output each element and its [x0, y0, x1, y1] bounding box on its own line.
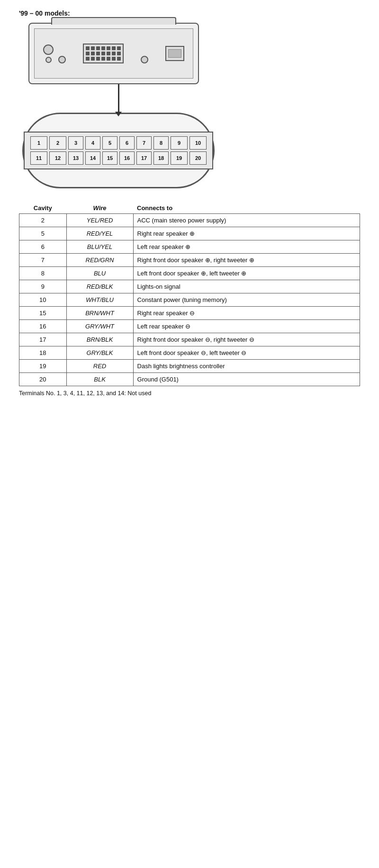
- cell-cavity: 20: [19, 373, 67, 386]
- pin-8: 8: [153, 136, 169, 150]
- cell-wire: GRY/BLK: [66, 346, 133, 360]
- pin-15: 15: [102, 151, 117, 165]
- page-title: '99 – 00 models:: [19, 9, 360, 17]
- table-row: 17BRN/BLKRight front door speaker ⊖, rig…: [19, 333, 360, 346]
- pin-13: 13: [68, 151, 83, 165]
- pin: [112, 46, 116, 50]
- table-row: 20BLKGround (G501): [19, 373, 360, 386]
- pin-1: 1: [30, 136, 47, 150]
- cell-connects: Right front door speaker ⊖, right tweete…: [133, 333, 360, 346]
- wiring-table: Cavity Wire Connects to 2YEL/REDACC (mai…: [19, 203, 360, 386]
- cell-wire: BRN/BLK: [66, 333, 133, 346]
- pin: [117, 46, 121, 50]
- col-header-cavity: Cavity: [19, 203, 67, 214]
- pin-18: 18: [153, 151, 169, 165]
- pin-9: 9: [171, 136, 188, 150]
- cell-connects: Dash lights brightness controller: [133, 360, 360, 373]
- pin: [112, 52, 116, 55]
- pin: [107, 46, 110, 50]
- pin: [107, 52, 110, 55]
- pin: [107, 57, 110, 61]
- mid-left-circles: [58, 44, 66, 63]
- table-row: 6BLU/YELLeft rear speaker ⊕: [19, 240, 360, 254]
- circle-small-left: [45, 57, 52, 63]
- cell-wire: RED/BLK: [66, 280, 133, 293]
- pin: [117, 52, 121, 55]
- pin-grid-container: 1 2 3 4 5 6 7 8 9 10 11 12 13: [24, 132, 213, 169]
- pin-grid-row-2: 11 12 13 14 15 16 17 18 19 20: [30, 151, 207, 165]
- radio-unit-box: [28, 23, 199, 84]
- circle-med-right: [141, 56, 148, 63]
- unit-connectors: [35, 29, 193, 78]
- cell-connects: Right rear speaker ⊖: [133, 307, 360, 320]
- pin-17: 17: [136, 151, 152, 165]
- table-row: 8BLULeft front door speaker ⊕, left twee…: [19, 267, 360, 280]
- cell-connects: Right front door speaker ⊕, right tweete…: [133, 254, 360, 267]
- cell-cavity: 7: [19, 254, 67, 267]
- arrow-container: [28, 84, 208, 113]
- pin-5: 5: [102, 136, 117, 150]
- slot-inner: [168, 49, 181, 58]
- cell-connects: Left rear speaker ⊖: [133, 320, 360, 333]
- cell-connects: Left rear speaker ⊕: [133, 240, 360, 254]
- cell-wire: YEL/RED: [66, 214, 133, 227]
- right-circle-group: [141, 44, 148, 63]
- pin: [96, 52, 100, 55]
- pin-6: 6: [119, 136, 135, 150]
- table-row: 10WHT/BLUConstant power (tuning memory): [19, 293, 360, 307]
- arrow-line: [118, 84, 119, 113]
- cell-cavity: 17: [19, 333, 67, 346]
- pin-7: 7: [136, 136, 152, 150]
- cell-cavity: 15: [19, 307, 67, 320]
- cell-cavity: 5: [19, 227, 67, 240]
- pin: [117, 57, 121, 61]
- pin-19: 19: [171, 151, 188, 165]
- pin-grid: 1 2 3 4 5 6 7 8 9 10 11 12 13: [30, 136, 207, 165]
- oval-container: 1 2 3 4 5 6 7 8 9 10 11 12 13: [28, 113, 208, 188]
- cell-connects: ACC (main stereo power supply): [133, 214, 360, 227]
- col-header-connects: Connects to: [133, 203, 360, 214]
- pin: [101, 46, 105, 50]
- table-row: 18GRY/BLKLeft front door speaker ⊖, left…: [19, 346, 360, 360]
- cell-connects: Ground (G501): [133, 373, 360, 386]
- cell-wire: RED: [66, 360, 133, 373]
- table-row: 19REDDash lights brightness controller: [19, 360, 360, 373]
- pin-10: 10: [190, 136, 207, 150]
- left-circles: [43, 44, 54, 63]
- table-row: 7RED/GRNRight front door speaker ⊕, righ…: [19, 254, 360, 267]
- radio-unit-diagram: 1 2 3 4 5 6 7 8 9 10 11 12 13: [28, 23, 208, 188]
- cell-cavity: 2: [19, 214, 67, 227]
- pin: [86, 46, 90, 50]
- pin: [101, 57, 105, 61]
- cell-connects: Right rear speaker ⊕: [133, 227, 360, 240]
- pin-grid-row-1: 1 2 3 4 5 6 7 8 9 10: [30, 136, 207, 150]
- pin-3: 3: [68, 136, 83, 150]
- pin-row-1: [86, 46, 121, 50]
- pin: [86, 57, 90, 61]
- table-row: 2YEL/REDACC (main stereo power supply): [19, 214, 360, 227]
- pin-row-2: [86, 52, 121, 55]
- table-row: 9RED/BLKLights-on signal: [19, 280, 360, 293]
- pin-4: 4: [85, 136, 100, 150]
- pin-block-connector: [83, 44, 124, 63]
- cell-cavity: 18: [19, 346, 67, 360]
- cell-wire: RED/YEL: [66, 227, 133, 240]
- radio-unit-inner: [34, 28, 193, 79]
- circle-large: [43, 44, 54, 55]
- wiring-table-section: Cavity Wire Connects to 2YEL/REDACC (mai…: [19, 203, 360, 397]
- pin: [91, 52, 95, 55]
- table-row: 15BRN/WHTRight rear speaker ⊖: [19, 307, 360, 320]
- pin-row-3: [86, 57, 121, 61]
- cell-wire: BLU/YEL: [66, 240, 133, 254]
- cell-cavity: 6: [19, 240, 67, 254]
- cell-cavity: 9: [19, 280, 67, 293]
- cell-wire: BLK: [66, 373, 133, 386]
- cell-wire: WHT/BLU: [66, 293, 133, 307]
- slot-connector: [165, 46, 184, 61]
- cell-connects: Left front door speaker ⊕, left tweeter …: [133, 267, 360, 280]
- pin: [86, 52, 90, 55]
- pin: [101, 52, 105, 55]
- cell-cavity: 8: [19, 267, 67, 280]
- cell-wire: BLU: [66, 267, 133, 280]
- cell-connects: Left front door speaker ⊖, left tweeter …: [133, 346, 360, 360]
